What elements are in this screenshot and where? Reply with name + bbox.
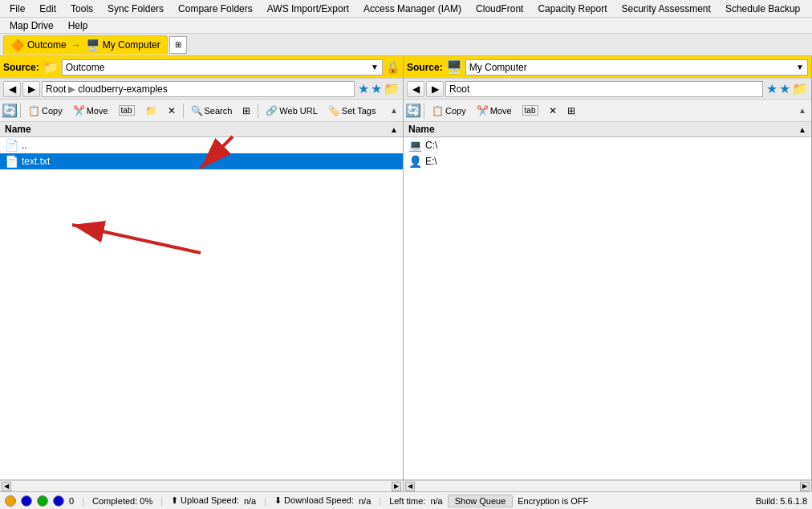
menu-help[interactable]: Help [62,18,95,33]
show-queue-button[interactable]: Show Queue [448,495,514,507]
right-hscroll-left[interactable]: ◀ [405,482,415,491]
right-grid-button[interactable]: ⊞ [562,102,580,120]
tab-grid-button[interactable]: ⊞ [169,36,187,54]
left-settags-button[interactable]: 🏷️ Set Tags [323,102,381,120]
left-row-parent[interactable]: 📄 .. [0,137,403,153]
status-lefttime-label: Left time: [389,496,425,506]
left-source-arrow: ▼ [371,63,379,71]
right-source-dropdown[interactable]: My Computer ▼ [465,59,808,75]
left-search-button[interactable]: 🔍 Search [186,102,238,120]
menu-sync-folders[interactable]: Sync Folders [101,2,170,16]
status-number: 0 [69,496,74,506]
right-file-list: Name ▲ 💻 C:\ 👤 E:\ [404,122,811,480]
menu-security-assessment[interactable]: Security Assessment [615,2,717,16]
left-tab-button[interactable]: tab [114,102,140,120]
right-hscroll: ◀ ▶ [404,480,811,491]
menu-cloudfront[interactable]: CloudFront [469,2,530,16]
left-forward-button[interactable]: ▶ [22,81,40,97]
status-upload-value: n/a [244,496,256,506]
left-settags-label: Set Tags [342,106,376,116]
left-file-name: text.txt [22,156,50,167]
right-star-button[interactable]: ★ [766,81,777,96]
main-area: Source: 📁 Outcome ▼ 🔒 ◀ ▶ Root ▶ cloudbe… [0,56,812,491]
left-search-icon: 🔍 [191,105,203,116]
left-star-button[interactable]: ★ [358,81,369,96]
right-row-c-drive[interactable]: 💻 C:\ [404,137,811,153]
tab-mycomputer-label: My Computer [103,39,160,51]
left-tb-sep2 [183,104,184,118]
left-copy-button[interactable]: 📋 Copy [23,102,67,120]
tabs-row: 🔶 Outcome → 🖥️ My Computer ⊞ [0,34,812,56]
left-tab-icon: tab [119,105,135,116]
right-source-bar: Source: 🖥️ My Computer ▼ [404,56,811,79]
left-star-filled-icon[interactable]: ★ [371,81,382,96]
menu-access-manager[interactable]: Access Manager (IAM) [357,2,468,16]
right-sync-icon[interactable]: 🔄 [405,103,421,118]
menu-aws-import[interactable]: AWS Import/Export [261,2,355,16]
right-tab-button[interactable]: tab [518,102,543,120]
status-dot-orange [5,495,16,507]
right-folder-nav-icon[interactable]: 📁 [792,81,808,96]
right-star-filled-icon[interactable]: ★ [779,81,790,96]
left-path-bar[interactable]: Root ▶ cloudberry-examples [42,81,355,97]
right-hscroll-right[interactable]: ▶ [800,482,810,491]
status-dot-blue2 [53,495,64,507]
left-folder-nav-icon[interactable]: 📁 [384,81,400,96]
left-weburl-label: Web URL [279,106,317,116]
status-sep2: | [160,496,163,506]
status-sep1: | [82,496,84,506]
left-sync-icon[interactable]: 🔄 [2,103,18,118]
right-back-button[interactable]: ◀ [407,81,424,97]
status-build: Build: 5.6.1.8 [756,496,807,506]
right-c-drive-icon: 💻 [408,139,422,152]
left-tb-sep1 [20,104,21,118]
right-source-computer-icon: 🖥️ [446,59,462,75]
right-forward-button[interactable]: ▶ [426,81,444,97]
left-source-dropdown[interactable]: Outcome ▼ [62,59,383,75]
right-tab-icon: tab [522,105,538,116]
status-download-value: n/a [359,496,371,506]
left-delete-button[interactable]: ✕ [163,102,181,120]
outcome-icon: 🔶 [10,39,24,51]
menu-tools[interactable]: Tools [64,2,99,16]
menu-capacity-report[interactable]: Capacity Report [531,2,613,16]
menu-file[interactable]: File [3,2,31,16]
left-settags-icon: 🏷️ [328,105,340,116]
left-move-label: Move [87,106,108,116]
left-grid-icon: ⊞ [242,105,250,116]
right-copy-icon: 📋 [432,105,444,116]
left-hscroll-left[interactable]: ◀ [2,482,11,491]
left-hscroll-right[interactable]: ▶ [392,482,401,491]
left-back-button[interactable]: ◀ [3,81,21,97]
menu-edit[interactable]: Edit [33,2,63,16]
right-move-button[interactable]: ✂️ Move [472,102,517,120]
left-nav-bar: ◀ ▶ Root ▶ cloudberry-examples ★ ★ 📁 [0,79,403,100]
right-collapse-button[interactable]: ▲ [798,106,810,115]
left-move-button[interactable]: ✂️ Move [68,102,113,120]
tab-outcome-mycomputer[interactable]: 🔶 Outcome → 🖥️ My Computer [3,35,168,55]
right-row-e-drive[interactable]: 👤 E:\ [404,153,811,169]
left-row-textfile[interactable]: 📄 text.txt [0,153,403,169]
right-copy-button[interactable]: 📋 Copy [427,102,471,120]
left-hscroll: ◀ ▶ [0,480,403,491]
right-col-sort-arrow[interactable]: ▲ [798,125,806,134]
right-e-drive-icon: 👤 [408,155,422,168]
left-copy-icon: 📋 [28,105,40,116]
menu-map-drive[interactable]: Map Drive [3,18,60,33]
left-newfolder-button[interactable]: 📁 [140,102,162,120]
left-tb-sep3 [258,104,258,118]
menu-schedule-backup[interactable]: Schedule Backup [719,2,806,16]
left-collapse-button[interactable]: ▲ [390,106,401,115]
left-path-root: Root [46,83,66,95]
menu-compare-folders[interactable]: Compare Folders [172,2,259,16]
right-delete-button[interactable]: ✕ [544,102,562,120]
left-newfolder-icon: 📁 [145,105,157,116]
tab-arrow: → [71,39,81,51]
left-path-sep1: ▶ [68,83,75,95]
left-col-sort-arrow[interactable]: ▲ [390,125,398,134]
left-source-label: Source: [3,62,39,73]
left-grid-button[interactable]: ⊞ [238,102,255,120]
left-weburl-button[interactable]: 🔗 Web URL [261,102,322,120]
left-source-bar: Source: 📁 Outcome ▼ 🔒 [0,56,403,79]
right-path-bar[interactable]: Root [445,81,763,97]
